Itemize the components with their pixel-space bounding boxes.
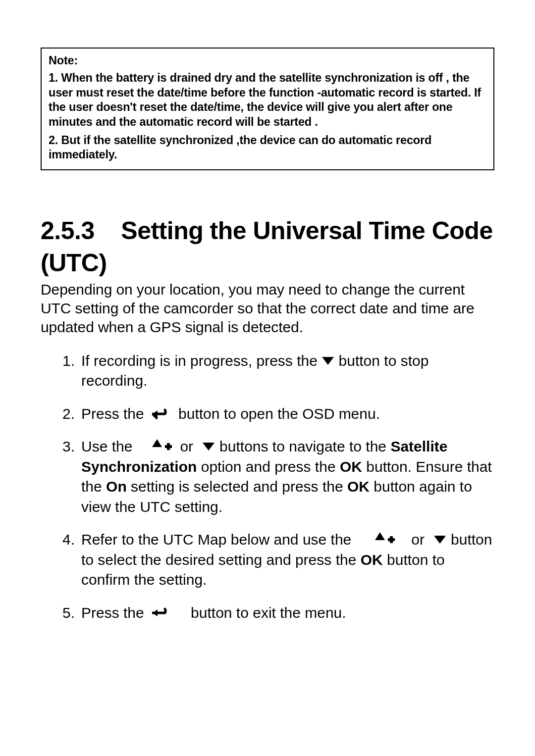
ok-label: OK	[340, 458, 362, 475]
svg-marker-0	[322, 357, 334, 365]
down-triangle-icon	[433, 535, 447, 545]
svg-rect-4	[167, 443, 170, 450]
svg-marker-6	[375, 532, 385, 540]
step-text: Use the	[81, 438, 132, 454]
step-number: 2.	[62, 404, 75, 424]
step-text: If recording is in progress, press the	[81, 353, 318, 369]
step-2: 2. Press the button to open the OSD menu…	[62, 404, 494, 424]
step-4: 4. Refer to the UTC Map below and use th…	[62, 530, 494, 590]
up-plus-icon	[372, 531, 395, 548]
svg-marker-10	[153, 609, 158, 616]
on-label: On	[106, 478, 127, 495]
step-text: button to exit the menu.	[191, 605, 346, 621]
section-intro: Depending on your location, you may need…	[41, 280, 494, 337]
return-arrow-icon	[152, 607, 170, 619]
step-number: 3.	[62, 437, 75, 457]
down-triangle-icon	[202, 442, 215, 452]
step-text: option and press the	[201, 458, 336, 475]
step-text: button to open the OSD menu.	[178, 405, 380, 422]
step-number: 4.	[62, 530, 75, 550]
step-number: 5.	[62, 603, 75, 623]
svg-marker-2	[152, 439, 162, 447]
down-triangle-icon	[321, 356, 334, 366]
step-5: 5. Press the button to exit the menu.	[62, 603, 494, 623]
step-text: Press the	[81, 605, 144, 621]
section-title-text: Setting the Universal Time Code (UTC)	[41, 217, 493, 277]
step-text: buttons to navigate to the	[219, 438, 386, 454]
ok-label: OK	[361, 552, 383, 568]
svg-marker-5	[203, 443, 214, 451]
step-text: Press the	[81, 405, 144, 422]
ok-label: OK	[347, 478, 370, 495]
up-plus-icon	[149, 438, 172, 455]
section-number: 2.5.3	[41, 217, 95, 245]
svg-marker-9	[434, 536, 446, 544]
step-number: 1.	[62, 351, 75, 371]
note-box: Note: 1. When the battery is drained dry…	[41, 48, 494, 170]
section-heading: 2.5.3 Setting the Universal Time Code (U…	[41, 215, 494, 279]
svg-rect-8	[390, 536, 393, 543]
step-text: Refer to the UTC Map below and use the	[81, 531, 351, 548]
step-text: setting is selected and press the	[131, 478, 343, 495]
step-1: 1. If recording is in progress, press th…	[62, 351, 494, 391]
note-heading: Note:	[49, 53, 486, 68]
step-3: 3. Use the or buttons to navigate to the…	[62, 437, 494, 517]
or-text: or	[411, 531, 425, 548]
steps-list: 1. If recording is in progress, press th…	[62, 351, 494, 623]
or-text: or	[180, 438, 193, 454]
note-paragraph-2: 2. But if the satellite synchronized ,th…	[49, 133, 486, 162]
return-arrow-icon	[152, 408, 170, 420]
note-paragraph-1: 1. When the battery is drained dry and t…	[49, 71, 486, 129]
